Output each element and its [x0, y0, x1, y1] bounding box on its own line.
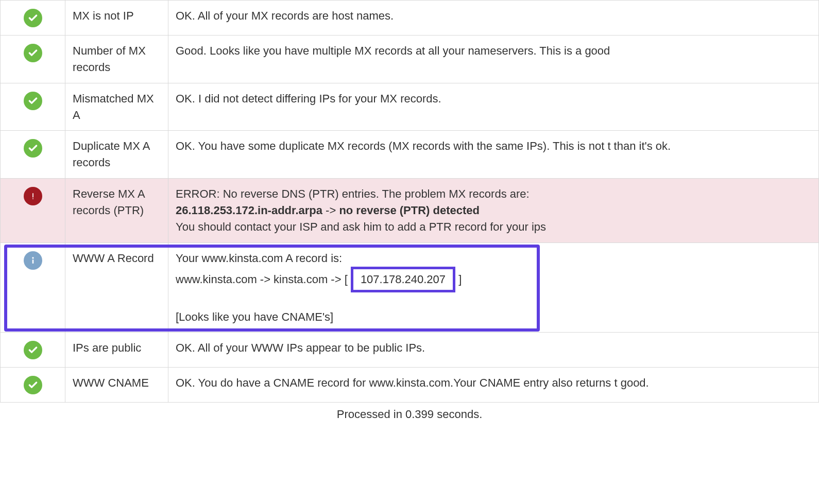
- www-cname-note: [Looks like you have CNAME's]: [176, 310, 333, 323]
- status-cell: [1, 1, 65, 36]
- check-description: OK. All of your WWW IPs appear to be pub…: [168, 333, 819, 368]
- check-icon: [24, 92, 42, 110]
- check-label: Reverse MX A records (PTR): [65, 179, 168, 243]
- table-row: Reverse MX A records (PTR) ERROR: No rev…: [1, 179, 819, 243]
- ptr-arrow: ->: [322, 204, 339, 217]
- check-description: OK. All of your MX records are host name…: [168, 1, 819, 36]
- status-cell: [1, 83, 65, 131]
- table-row: Duplicate MX A records OK. You have some…: [1, 131, 819, 179]
- ptr-advice: You should contact your ISP and ask him …: [176, 220, 546, 233]
- dns-results-table: MX is not IP OK. All of your MX records …: [0, 0, 819, 403]
- ptr-result: no reverse (PTR) detected: [339, 204, 480, 217]
- check-description: ERROR: No reverse DNS (PTR) entries. The…: [168, 179, 819, 243]
- table-row: IPs are public OK. All of your WWW IPs a…: [1, 333, 819, 368]
- check-description: Good. Looks like you have multiple MX re…: [168, 35, 819, 83]
- svg-rect-1: [32, 259, 33, 264]
- check-label: Duplicate MX A records: [65, 131, 168, 179]
- www-chain-prefix: www.kinsta.com -> kinsta.com -> [: [176, 273, 351, 286]
- status-cell: [1, 368, 65, 403]
- ptr-error-line: ERROR: No reverse DNS (PTR) entries. The…: [176, 187, 530, 200]
- table-row: Number of MX records Good. Looks like yo…: [1, 35, 819, 83]
- status-cell: [1, 242, 65, 333]
- status-cell: [1, 35, 65, 83]
- status-cell: [1, 333, 65, 368]
- error-icon: [24, 187, 42, 205]
- table-row: Mismatched MX A OK. I did not detect dif…: [1, 83, 819, 131]
- check-icon: [24, 376, 42, 394]
- www-chain-suffix: ]: [455, 273, 462, 286]
- ptr-addr: 26.118.253.172.in-addr.arpa: [176, 204, 322, 217]
- check-icon: [24, 44, 42, 62]
- status-cell: [1, 131, 65, 179]
- table-row: WWW CNAME OK. You do have a CNAME record…: [1, 368, 819, 403]
- check-label: WWW CNAME: [65, 368, 168, 403]
- www-a-record-line: Your www.kinsta.com A record is:: [176, 252, 342, 265]
- check-description: Your www.kinsta.com A record is: www.kin…: [168, 242, 819, 333]
- check-description: OK. You do have a CNAME record for www.k…: [168, 368, 819, 403]
- check-label: Mismatched MX A: [65, 83, 168, 131]
- check-description: OK. You have some duplicate MX records (…: [168, 131, 819, 179]
- check-icon: [24, 341, 42, 359]
- svg-point-0: [32, 257, 33, 258]
- table-row: MX is not IP OK. All of your MX records …: [1, 1, 819, 36]
- dns-report: MX is not IP OK. All of your MX records …: [0, 0, 819, 421]
- check-icon: [24, 9, 42, 27]
- check-label: MX is not IP: [65, 1, 168, 36]
- check-icon: [24, 139, 42, 158]
- table-row: WWW A Record Your www.kinsta.com A recor…: [1, 242, 819, 333]
- check-label: IPs are public: [65, 333, 168, 368]
- check-label: Number of MX records: [65, 35, 168, 83]
- www-ip-address: 107.178.240.207: [351, 267, 455, 292]
- check-label: WWW A Record: [65, 242, 168, 333]
- check-description: OK. I did not detect differing IPs for y…: [168, 83, 819, 131]
- info-icon: [24, 251, 42, 270]
- status-cell: [1, 179, 65, 243]
- processing-time: Processed in 0.399 seconds.: [0, 403, 819, 421]
